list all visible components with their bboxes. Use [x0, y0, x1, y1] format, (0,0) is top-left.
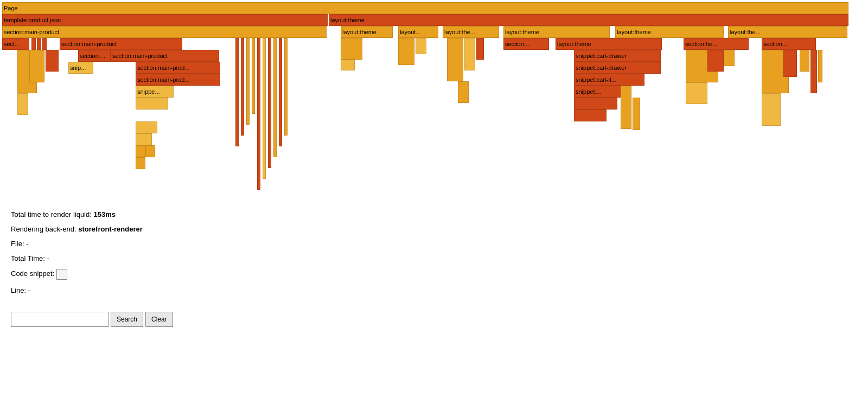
file-value: - [26, 240, 28, 248]
flame-block-section-dots2[interactable]: section... [762, 38, 816, 50]
flame-block-gold-sub3[interactable] [29, 50, 44, 82]
flame-block-layout-the-6[interactable]: layout:the... [728, 26, 847, 38]
flame-block-layout-theme-4[interactable]: layout:theme [503, 26, 610, 38]
rendering-backend-line: Rendering back-end: storefront-renderer [11, 225, 857, 233]
flame-block-snippet-cart-drawer2[interactable]: snippet:cart-drawer [574, 62, 661, 74]
flame-block-section-he-sub4[interactable] [724, 50, 735, 66]
flame-block-section-dots-sub5[interactable] [810, 50, 817, 93]
info-section: Total time to render liquid: 153ms Rende… [0, 200, 868, 306]
flame-container: Pagetemplate:product.jsonlayout:themesec… [0, 0, 868, 200]
flame-block-snippet-cart-drawer1[interactable]: snippet:cart-drawer [574, 50, 661, 62]
flame-block-snippet-sub-3[interactable] [621, 86, 631, 129]
flame-block-bar6[interactable] [263, 38, 266, 179]
flame-block-layout-theme-5[interactable]: layout:theme [615, 26, 724, 38]
flame-block-template[interactable]: template:product.json [2, 14, 328, 26]
total-time-line: Total time to render liquid: 153ms [11, 210, 857, 218]
flame-block-snip-sub3[interactable] [136, 133, 152, 145]
flame-block-snip-sub1[interactable] [136, 98, 168, 110]
total-time2-value: - [47, 254, 49, 262]
flame-block-section-main3[interactable]: section:... [78, 50, 111, 62]
file-line: File: - [11, 240, 857, 248]
flame-block-sect1[interactable]: sect... [2, 38, 29, 50]
flame-block-bar2[interactable] [241, 38, 244, 136]
clear-button[interactable]: Clear [145, 312, 173, 327]
flame-block-page[interactable]: Page [2, 2, 848, 14]
line-line: Line: - [11, 286, 857, 294]
search-button[interactable]: Search [111, 312, 143, 327]
search-input[interactable] [11, 312, 108, 327]
flame-block-section-cart[interactable]: section:... [503, 38, 549, 50]
flame-block-section-dots-sub6[interactable] [818, 50, 822, 82]
total-time2-line: Total Time: - [11, 254, 857, 262]
flame-block-section-main4[interactable]: section:main-product [111, 50, 219, 62]
flame-block-snippet-dots[interactable]: snippet:... [574, 86, 628, 98]
flame-block-layout-blank[interactable]: layout... [398, 26, 438, 38]
flame-block-bar1[interactable] [235, 38, 239, 146]
flame-block-small1[interactable] [31, 38, 36, 50]
flame-block-bar10[interactable] [284, 38, 288, 136]
flame-block-snip-sub2[interactable] [136, 121, 157, 133]
flame-block-layout-the3-sub3[interactable] [476, 38, 484, 60]
flame-block-gold-sub2[interactable] [17, 93, 28, 115]
flame-block-snippet-sub-1[interactable] [574, 98, 617, 110]
code-snippet-line: Code snippet: [11, 269, 857, 280]
line-value: - [28, 286, 30, 294]
flame-block-section-dots-sub4[interactable] [800, 50, 809, 72]
flame-block-section-he-sub2[interactable] [686, 82, 707, 104]
flame-block-layout-theme-2[interactable]: layout:theme [341, 26, 393, 38]
code-snippet-box [56, 269, 67, 280]
flame-chart: Pagetemplate:product.jsonlayout:themesec… [2, 2, 848, 197]
flame-block-small3[interactable] [42, 38, 47, 50]
flame-block-snippet-cart-it[interactable]: snippet:cart-it... [574, 74, 644, 86]
flame-block-layout-2-sub2[interactable] [341, 60, 355, 70]
flame-block-snippet-sub-2[interactable] [574, 110, 607, 121]
total-time2-label: Total Time: [11, 254, 47, 262]
flame-block-bar5[interactable] [257, 38, 260, 190]
flame-block-layout-3-sub2[interactable] [416, 38, 426, 54]
flame-block-section-main2[interactable]: section:main-product [60, 38, 182, 50]
flame-block-layout-theme-inner[interactable]: layout:theme [556, 38, 662, 50]
flame-block-layout-2-sub1[interactable] [341, 38, 362, 60]
flame-block-small2[interactable] [37, 38, 41, 50]
flame-block-section-he-sub3[interactable] [707, 50, 724, 72]
line-label: Line: [11, 286, 28, 294]
rendering-backend-value: storefront-renderer [78, 225, 142, 233]
flame-block-bar8[interactable] [273, 38, 277, 157]
flame-block-snip-sub5[interactable] [145, 145, 155, 157]
flame-block-gold-sub4[interactable] [46, 50, 59, 72]
flame-block-snip-sub6[interactable] [136, 157, 145, 169]
flame-block-section-dots-sub2[interactable] [762, 93, 781, 126]
flame-block-section-main5[interactable]: section:main-prod... [136, 62, 220, 74]
rendering-backend-label: Rendering back-end: [11, 225, 78, 233]
file-label: File: [11, 240, 26, 248]
flame-block-snippet2[interactable]: snippe... [136, 86, 174, 98]
flame-block-snippet1[interactable]: snip... [68, 62, 93, 74]
total-time-label: Total time to render liquid: [11, 210, 93, 218]
code-snippet-label: Code snippet: [11, 269, 54, 278]
flame-block-section-main6[interactable]: section:main-prod... [136, 74, 220, 86]
flame-block-layout-the3-sub1[interactable] [447, 38, 463, 81]
flame-block-layout-the3-sub2[interactable] [464, 38, 475, 70]
flame-block-section-main-product[interactable]: section:main-product [2, 26, 327, 38]
search-area: Search Clear [0, 306, 868, 338]
flame-block-bar9[interactable] [279, 38, 282, 146]
flame-block-layout-theme-1[interactable]: layout:theme [329, 14, 848, 26]
total-time-value: 153ms [93, 210, 115, 218]
flame-block-bar4[interactable] [252, 38, 255, 114]
flame-block-bar3[interactable] [246, 38, 250, 125]
flame-block-layout-the-3[interactable]: layout:the... [443, 26, 499, 38]
flame-block-layout-3-sub1[interactable] [398, 38, 414, 65]
flame-block-section-he[interactable]: section:he... [684, 38, 749, 50]
flame-block-bar7[interactable] [268, 38, 271, 168]
flame-block-snip-sub4[interactable] [136, 145, 146, 157]
flame-block-layout-the3-sub4[interactable] [458, 81, 469, 103]
flame-block-section-dots-sub3[interactable] [783, 50, 797, 77]
flame-block-snippet-sub-4[interactable] [633, 98, 640, 130]
